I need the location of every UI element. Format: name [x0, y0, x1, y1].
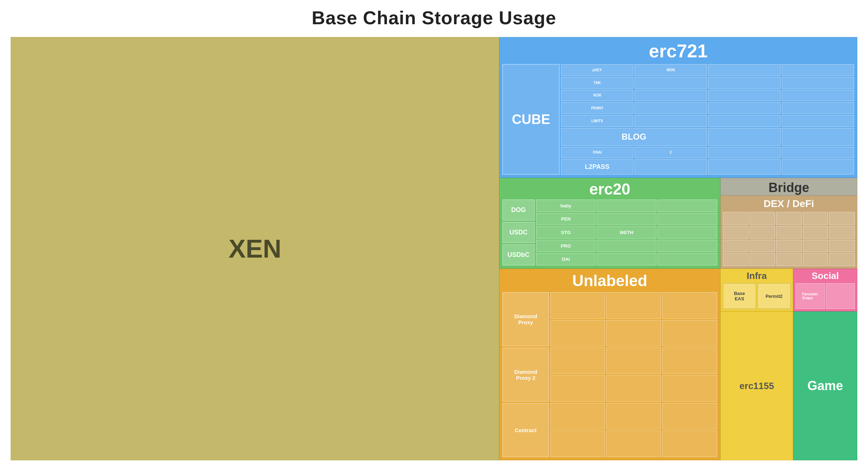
dex-item-17 [750, 253, 775, 266]
erc721-item-c23 [782, 128, 854, 146]
bridge-label: Bridge [721, 178, 857, 195]
erc20-usdc[interactable]: USDC [502, 222, 535, 243]
erc721-item-c10 [634, 90, 707, 102]
erc721-item-limits[interactable]: LIMITS [561, 115, 633, 127]
dex-block[interactable]: DEX / DeFi [720, 196, 857, 269]
erc20-baby[interactable]: baby [536, 200, 596, 212]
unlabeled-label: Unlabeled [500, 269, 720, 290]
erc721-item-c22 [708, 128, 781, 146]
dex-item-2 [750, 212, 775, 225]
social-label: Social [793, 269, 857, 281]
erc20-r3 [658, 200, 717, 212]
infra-label: Infra [721, 269, 793, 281]
unlabeled-r7 [550, 347, 605, 374]
erc20-r9 [658, 226, 717, 239]
erc20-usdbc[interactable]: USDbC [502, 244, 535, 265]
dex-item-5 [829, 212, 855, 225]
erc20-weth[interactable]: WETH [597, 226, 656, 239]
erc721-block[interactable]: erc721 CUBE pKEY MON TNK [499, 37, 857, 178]
unlabeled-r15 [662, 403, 717, 430]
erc721-item-l2pass[interactable] [634, 159, 707, 175]
dex-item-11 [723, 240, 749, 253]
infra-permit2[interactable]: Permit2 [757, 283, 791, 309]
erc721-item-penny[interactable]: PENNY [561, 102, 633, 114]
dex-item-4 [803, 212, 828, 225]
unlabeled-r16 [550, 430, 605, 457]
social-inner: Farcaster Snaps [796, 283, 855, 309]
erc721-item-tnk[interactable]: TNK [561, 77, 633, 89]
erc721-item-c26 [708, 147, 781, 159]
erc721-item-c8 [782, 77, 854, 89]
dex-item-3 [776, 212, 802, 225]
erc721-inner: CUBE pKEY MON TNK ROR [502, 64, 854, 175]
unlabeled-block[interactable]: Unlabeled Diamond Proxy Diamond Proxy 2 … [499, 269, 720, 460]
dex-inner [723, 212, 855, 266]
erc1155-block[interactable]: erc1155 [720, 311, 793, 460]
bottom-right-col: Infra Base EAS Permit2 Social Farcaster … [720, 269, 857, 460]
erc721-item-blog[interactable]: BLOG [561, 128, 707, 146]
erc721-item-pkey[interactable]: pKEY [561, 64, 633, 76]
treemap: XEN erc721 CUBE pKEY MON [11, 37, 857, 460]
erc1155-label: erc1155 [740, 381, 774, 392]
erc721-item-c20 [782, 115, 854, 127]
infra-social-row: Infra Base EAS Permit2 Social Farcaster … [720, 269, 857, 311]
unlabeled-left: Diamond Proxy Diamond Proxy 2 Contract [502, 292, 549, 457]
bridge-block[interactable]: Bridge LayerZero [720, 178, 857, 196]
erc721-item-c4 [782, 64, 854, 76]
xen-label: XEN [229, 234, 281, 263]
erc20-block[interactable]: erc20 DOG USDC USDbC baby PEN [499, 178, 720, 269]
erc721-item-2[interactable]: 2 [634, 147, 707, 159]
erc20-right-grid: baby PEN STG WETH PRO DAI [536, 200, 717, 265]
dex-item-16 [723, 253, 749, 266]
erc20-left-col: DOG USDC USDbC [502, 200, 535, 265]
unlabeled-diamond-proxy[interactable]: Diamond Proxy [502, 292, 549, 346]
unlabeled-r6 [662, 320, 717, 347]
infra-base-eas[interactable]: Base EAS [723, 283, 756, 309]
chart-title: Base Chain Storage Usage [11, 7, 857, 29]
dex-item-1 [723, 212, 749, 225]
erc721-label: erc721 [500, 37, 857, 62]
unlabeled-r4 [550, 320, 605, 347]
dex-item-6 [723, 226, 749, 239]
unlabeled-r18 [662, 430, 717, 457]
unlabeled-contract[interactable]: Contract [502, 403, 549, 457]
erc721-item-onai[interactable]: ONAI [561, 147, 633, 159]
chart-container: Base Chain Storage Usage XEN erc721 CUBE… [0, 0, 868, 471]
unlabeled-diamond-proxy2[interactable]: Diamond Proxy 2 [502, 348, 549, 402]
erc721-item-c27 [782, 147, 854, 159]
game-label: Game [807, 378, 843, 393]
dex-item-20 [829, 253, 855, 266]
unlabeled-r2 [606, 292, 661, 319]
erc20-label: erc20 [500, 178, 720, 198]
social-farcaster[interactable]: Farcaster Snaps [796, 283, 825, 309]
erc20-r2 [597, 200, 656, 212]
erc1155-game-row: erc1155 Game [720, 311, 857, 460]
unlabeled-inner: Diamond Proxy Diamond Proxy 2 Contract [502, 292, 717, 457]
erc721-item-c30 [708, 159, 781, 175]
cube-label: CUBE [512, 112, 550, 127]
erc20-stg[interactable]: STG [536, 226, 596, 239]
erc721-item-ror[interactable]: ROR [561, 90, 633, 102]
erc721-item-4844[interactable]: L2PASS [561, 159, 633, 175]
erc20-pro[interactable]: PRO [536, 240, 596, 252]
erc20-dog[interactable]: DOG [502, 200, 535, 221]
erc20-dai[interactable]: DAI [536, 253, 596, 265]
erc20-pen[interactable]: PEN [536, 213, 596, 226]
erc721-item-c11 [708, 90, 781, 102]
cube-block[interactable]: CUBE [502, 64, 560, 175]
erc721-sub-grid: pKEY MON TNK ROR PENNY [561, 64, 854, 175]
erc721-item-mon[interactable]: MON [634, 64, 707, 76]
infra-block[interactable]: Infra Base EAS Permit2 [720, 269, 793, 311]
dex-item-7 [750, 226, 775, 239]
unlabeled-r14 [606, 403, 661, 430]
unlabeled-r3 [662, 292, 717, 319]
social-block[interactable]: Social Farcaster Snaps [793, 269, 857, 311]
erc721-item-c6 [634, 77, 707, 89]
erc20-r6 [658, 213, 717, 226]
xen-block[interactable]: XEN [11, 37, 499, 460]
erc20-r15 [658, 253, 717, 265]
bridge-dex-col: Bridge LayerZero DEX / DeFi [720, 178, 857, 269]
erc721-item-c18 [634, 115, 707, 127]
game-block[interactable]: Game [793, 311, 857, 460]
erc721-item-c12 [782, 90, 854, 102]
